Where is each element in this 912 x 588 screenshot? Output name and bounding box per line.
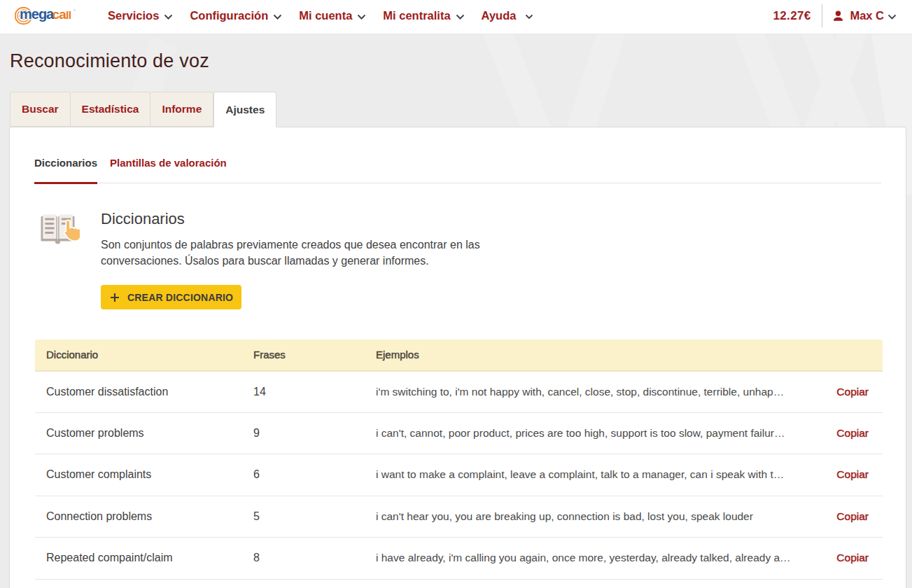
svg-text:call: call	[52, 7, 71, 22]
svg-text:mega: mega	[20, 6, 55, 22]
